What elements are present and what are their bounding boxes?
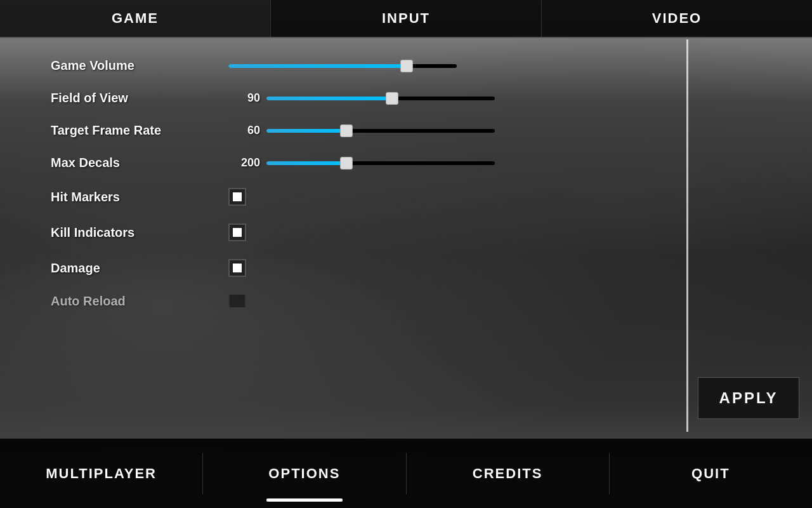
setting-row-partial: Auto Reload — [51, 295, 685, 307]
credits-label: CREDITS — [473, 465, 543, 482]
max-decals-fill — [266, 161, 346, 165]
multiplayer-label: MULTIPLAYER — [46, 465, 157, 482]
max-decals-slider[interactable] — [266, 157, 495, 170]
top-navigation-bar: GAME INPUT VIDEO — [0, 0, 812, 38]
fov-thumb[interactable] — [386, 92, 398, 105]
frame-rate-track — [266, 129, 495, 133]
damage-checkbox[interactable] — [228, 259, 246, 277]
frame-rate-label: Target Frame Rate — [51, 123, 228, 138]
frame-rate-fill — [266, 129, 346, 133]
setting-row-kill-indicators: Kill Indicators — [51, 224, 685, 241]
fov-fill — [266, 97, 392, 100]
damage-checkbox-container — [228, 259, 246, 277]
tab-game[interactable]: GAME — [0, 0, 271, 37]
apply-area: APPLY — [685, 39, 812, 432]
setting-row-frame-rate: Target Frame Rate 60 — [51, 123, 685, 138]
max-decals-label: Max Decals — [51, 156, 228, 170]
options-active-indicator — [266, 498, 343, 502]
frame-rate-value: 60 — [228, 124, 260, 137]
bottom-tab-multiplayer[interactable]: MULTIPLAYER — [0, 439, 202, 508]
bottom-tab-quit[interactable]: QUIT — [610, 439, 812, 508]
settings-panel: Game Volume Field of View 90 Target Fram… — [0, 39, 685, 432]
damage-label: Damage — [51, 261, 228, 276]
options-label: OPTIONS — [268, 465, 340, 482]
game-volume-track — [228, 64, 457, 68]
kill-indicators-label: Kill Indicators — [51, 225, 228, 240]
partial-checkbox[interactable] — [228, 295, 246, 307]
bottom-navigation-bar: MULTIPLAYER OPTIONS CREDITS QUIT — [0, 438, 812, 508]
tab-input[interactable]: INPUT — [271, 0, 542, 37]
kill-indicators-checkbox-inner — [233, 228, 242, 237]
tab-video[interactable]: VIDEO — [542, 0, 812, 37]
max-decals-value: 200 — [228, 156, 260, 170]
bottom-tab-options[interactable]: OPTIONS — [203, 439, 405, 508]
hit-markers-checkbox-inner — [233, 192, 242, 201]
quit-label: QUIT — [691, 465, 730, 482]
frame-rate-thumb[interactable] — [340, 124, 353, 137]
bottom-tab-credits[interactable]: CREDITS — [407, 439, 609, 508]
kill-indicators-checkbox[interactable] — [228, 224, 246, 241]
setting-row-max-decals: Max Decals 200 — [51, 156, 685, 170]
setting-row-hit-markers: Hit Markers — [51, 188, 685, 206]
frame-rate-slider[interactable] — [266, 124, 495, 137]
fov-slider[interactable] — [266, 92, 495, 105]
setting-row-fov: Field of View 90 — [51, 91, 685, 105]
fov-track — [266, 97, 495, 100]
fov-value: 90 — [228, 91, 260, 105]
game-volume-fill — [228, 64, 407, 68]
main-content-area: Game Volume Field of View 90 Target Fram… — [0, 39, 812, 432]
max-decals-thumb[interactable] — [340, 157, 353, 170]
kill-indicators-checkbox-container — [228, 224, 246, 241]
setting-row-damage: Damage — [51, 259, 685, 277]
fov-label: Field of View — [51, 91, 228, 105]
hit-markers-label: Hit Markers — [51, 190, 228, 204]
max-decals-track — [266, 161, 495, 165]
partial-label: Auto Reload — [51, 295, 228, 307]
game-volume-thumb[interactable] — [400, 60, 413, 72]
setting-row-game-volume: Game Volume — [51, 58, 685, 73]
game-volume-slider[interactable] — [228, 60, 457, 72]
partial-checkbox-container — [228, 295, 246, 307]
damage-checkbox-inner — [233, 264, 242, 272]
game-volume-label: Game Volume — [51, 58, 228, 73]
hit-markers-checkbox-container — [228, 188, 246, 206]
apply-button[interactable]: APPLY — [698, 377, 799, 419]
scroll-indicator — [686, 39, 688, 432]
hit-markers-checkbox[interactable] — [228, 188, 246, 206]
